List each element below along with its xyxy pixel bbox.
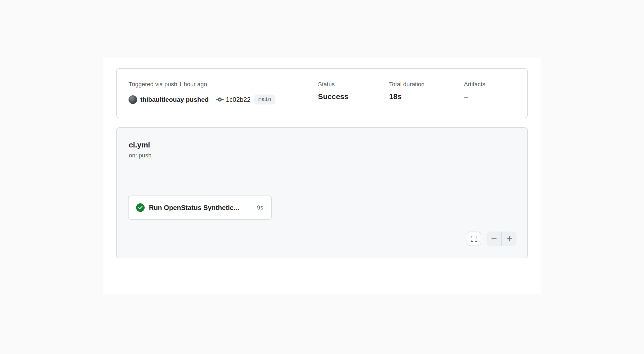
status-label: Status <box>318 81 349 88</box>
duration-column: Total duration 18s <box>389 81 425 101</box>
artifacts-label: Artifacts <box>464 81 485 88</box>
zoom-control-group <box>486 232 517 246</box>
zoom-in-button[interactable] <box>502 232 517 246</box>
plus-icon <box>506 235 513 243</box>
duration-label: Total duration <box>389 81 425 88</box>
trigger-block: Triggered via push 1 hour ago thibaultle… <box>129 81 275 104</box>
workflow-heading: ci.yml on: push <box>129 141 151 159</box>
job-node[interactable]: Run OpenStatus Synthetic... 9s <box>128 196 272 220</box>
artifacts-value: – <box>464 92 485 101</box>
artifacts-column: Artifacts – <box>464 81 485 101</box>
status-value: Success <box>318 92 349 101</box>
graph-controls <box>467 232 517 246</box>
branch-badge[interactable]: main <box>254 95 275 104</box>
workflow-graph-card: ci.yml on: push Run OpenStatus Synthetic… <box>116 127 528 258</box>
zoom-out-button[interactable] <box>486 232 502 246</box>
screen-full-icon <box>470 235 477 242</box>
workflow-run-page: Triggered via push 1 hour ago thibaultle… <box>103 58 541 294</box>
duration-value: 18s <box>389 92 425 101</box>
fullscreen-button[interactable] <box>467 232 481 246</box>
git-commit-icon <box>216 96 224 104</box>
triggered-via-text: Triggered via push 1 hour ago <box>129 81 275 88</box>
run-summary-card: Triggered via push 1 hour ago thibaultle… <box>116 68 528 118</box>
job-duration: 9s <box>257 204 263 211</box>
minus-icon <box>490 235 498 243</box>
check-circle-icon <box>136 203 145 212</box>
job-name: Run OpenStatus Synthetic... <box>149 204 239 212</box>
workflow-file-name: ci.yml <box>129 141 151 149</box>
workflow-trigger: on: push <box>129 152 151 159</box>
actor-pushed-text[interactable]: thibaultleouay pushed <box>140 96 209 103</box>
status-column: Status Success <box>318 81 349 101</box>
commit-sha-link[interactable]: 1c02b22 <box>226 96 251 103</box>
actor-row: thibaultleouay pushed 1c02b22 main <box>129 95 275 104</box>
avatar[interactable] <box>129 95 137 104</box>
